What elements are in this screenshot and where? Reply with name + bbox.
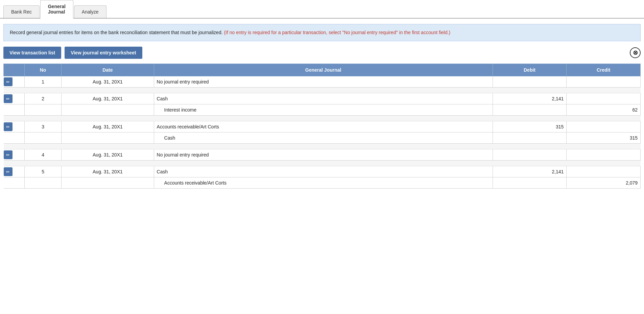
tab-general-journal[interactable]: GeneralJournal: [40, 0, 73, 19]
edit-entry-button[interactable]: ✏: [4, 122, 13, 131]
cell-date: Aug. 31, 20X1: [62, 149, 154, 161]
cell-no: 2: [24, 93, 61, 104]
cell-date: [62, 177, 154, 189]
tab-analyze[interactable]: Analyze: [74, 5, 106, 18]
info-normal-text: Record general journal entries for items…: [10, 30, 223, 35]
cell-debit: [493, 132, 567, 144]
edit-entry-button[interactable]: ✏: [4, 77, 13, 86]
cell-no: 3: [24, 121, 61, 132]
table-row: Cash315: [4, 132, 641, 144]
info-box: Record general journal entries for items…: [3, 24, 641, 41]
cell-debit: [493, 76, 567, 88]
cell-date: [62, 104, 154, 116]
col-header-general-journal: General Journal: [154, 64, 493, 76]
cell-credit: [567, 149, 641, 161]
cell-credit: [567, 93, 641, 104]
cell-journal: No journal entry required: [154, 149, 493, 161]
cell-debit: 315: [493, 121, 567, 132]
table-row: Accounts receivable/Art Corts2,079: [4, 177, 641, 189]
col-header-date: Date: [62, 64, 154, 76]
cell-no: 4: [24, 149, 61, 161]
cell-date: Aug. 31, 20X1: [62, 93, 154, 104]
tab-bank-rec[interactable]: Bank Rec: [3, 5, 40, 18]
table-row: Interest income62: [4, 104, 641, 116]
cell-credit: 62: [567, 104, 641, 116]
cell-journal: Cash: [154, 93, 493, 104]
cell-credit: [567, 76, 641, 88]
cell-date: Aug. 31, 20X1: [62, 121, 154, 132]
table-row: ✏3Aug. 31, 20X1Accounts receivable/Art C…: [4, 121, 641, 132]
cell-journal: Cash: [154, 132, 493, 144]
action-bar: View transaction list View journal entry…: [3, 47, 641, 59]
table-spacer: [4, 161, 641, 166]
table-spacer: [4, 144, 641, 149]
cell-journal: Accounts receivable/Art Corts: [154, 121, 493, 132]
journal-table: No Date General Journal Debit Credit ✏1A…: [3, 64, 641, 189]
table-row: ✏5Aug. 31, 20X1Cash2,141: [4, 166, 641, 177]
cell-date: Aug. 31, 20X1: [62, 166, 154, 177]
tab-bar: Bank Rec GeneralJournal Analyze: [0, 0, 644, 19]
cell-credit: [567, 121, 641, 132]
table-row: ✏2Aug. 31, 20X1Cash2,141: [4, 93, 641, 104]
table-spacer: [4, 116, 641, 121]
cell-no: [24, 132, 61, 144]
cell-date: [62, 132, 154, 144]
cell-journal: Interest income: [154, 104, 493, 116]
cell-no: 1: [24, 76, 61, 88]
cell-journal: No journal entry required: [154, 76, 493, 88]
cell-credit: [567, 166, 641, 177]
col-header-no: No: [24, 64, 61, 76]
edit-entry-button[interactable]: ✏: [4, 167, 13, 176]
table-spacer: [4, 88, 641, 93]
cell-no: [24, 104, 61, 116]
table-row: ✏1Aug. 31, 20X1No journal entry required: [4, 76, 641, 88]
cell-debit: [493, 149, 567, 161]
cell-debit: 2,141: [493, 166, 567, 177]
cell-debit: [493, 177, 567, 189]
view-transaction-list-button[interactable]: View transaction list: [3, 47, 61, 59]
cell-no: 5: [24, 166, 61, 177]
close-icon[interactable]: ⊗: [630, 47, 641, 58]
cell-debit: 2,141: [493, 93, 567, 104]
cell-no: [24, 177, 61, 189]
cell-journal: Accounts receivable/Art Corts: [154, 177, 493, 189]
edit-entry-button[interactable]: ✏: [4, 150, 13, 159]
col-header-debit: Debit: [493, 64, 567, 76]
cell-credit: 315: [567, 132, 641, 144]
journal-table-wrap: No Date General Journal Debit Credit ✏1A…: [3, 64, 641, 189]
edit-entry-button[interactable]: ✏: [4, 94, 13, 103]
cell-debit: [493, 104, 567, 116]
cell-credit: 2,079: [567, 177, 641, 189]
cell-journal: Cash: [154, 166, 493, 177]
info-warning-text: (If no entry is required for a particula…: [224, 30, 450, 35]
cell-date: Aug. 31, 20X1: [62, 76, 154, 88]
view-journal-entry-worksheet-button[interactable]: View journal entry worksheet: [65, 47, 142, 59]
col-header-credit: Credit: [567, 64, 641, 76]
table-row: ✏4Aug. 31, 20X1No journal entry required: [4, 149, 641, 161]
